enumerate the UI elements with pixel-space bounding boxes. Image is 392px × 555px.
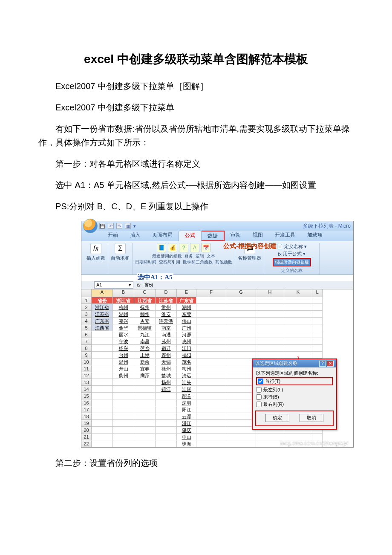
cell[interactable] <box>196 379 226 386</box>
cell[interactable] <box>284 324 312 331</box>
cell[interactable]: 湛江 <box>177 420 196 427</box>
qat-table-icon[interactable]: ▦ <box>125 223 131 229</box>
cell[interactable]: 杭州 <box>113 304 134 311</box>
row-header[interactable]: 7 <box>81 338 92 345</box>
cell[interactable] <box>113 379 134 386</box>
col-header[interactable]: C <box>134 289 156 297</box>
cell[interactable] <box>113 440 134 447</box>
cell[interactable] <box>113 399 134 406</box>
cell[interactable] <box>256 297 284 304</box>
cell[interactable]: 吉安 <box>134 318 156 324</box>
row-header[interactable]: 9 <box>81 352 92 358</box>
cell[interactable] <box>256 318 284 324</box>
cell[interactable]: 江西省 <box>134 297 156 304</box>
tab-view[interactable]: 视图 <box>247 231 269 241</box>
cell[interactable]: 东莞 <box>177 311 196 318</box>
cell[interactable] <box>312 352 323 358</box>
dialog-opt-bottom[interactable]: 末行(B) <box>256 393 333 401</box>
cell[interactable]: 广东省 <box>92 318 113 324</box>
select-all-corner[interactable] <box>81 289 92 297</box>
cell[interactable]: 阳江 <box>177 406 196 413</box>
cell[interactable]: 宁波 <box>113 338 134 345</box>
cell[interactable] <box>312 324 323 331</box>
create-from-selection-button[interactable]: 根据所选内容创建 <box>273 257 311 267</box>
cell[interactable] <box>196 440 226 447</box>
col-header[interactable]: E <box>177 289 196 297</box>
cell[interactable] <box>196 331 226 338</box>
dialog-cancel-button[interactable]: 取消 <box>300 414 323 422</box>
cell[interactable] <box>312 297 323 304</box>
cell[interactable] <box>226 311 256 318</box>
cell[interactable] <box>226 352 256 358</box>
cell[interactable] <box>196 406 226 413</box>
row-header[interactable]: 18 <box>81 413 92 420</box>
cell[interactable]: 扬州 <box>156 379 177 386</box>
cell[interactable] <box>92 420 113 427</box>
cell[interactable]: 萍乡 <box>134 345 156 352</box>
col-header[interactable]: A <box>92 289 113 297</box>
cell[interactable] <box>312 434 323 440</box>
autosum-button[interactable]: Σ 自动求和 <box>111 243 130 261</box>
row-header[interactable]: 21 <box>81 434 92 440</box>
cell[interactable] <box>156 413 177 420</box>
cell[interactable]: 新余 <box>134 358 156 365</box>
cell[interactable]: 金华 <box>113 324 134 331</box>
cell[interactable] <box>113 393 134 399</box>
cell[interactable] <box>312 345 323 352</box>
cell[interactable]: 汕头 <box>177 379 196 386</box>
tab-data[interactable]: 数据 <box>202 231 225 241</box>
cell[interactable] <box>284 304 312 311</box>
row-header[interactable]: 17 <box>81 406 92 413</box>
cell[interactable] <box>226 345 256 352</box>
cell[interactable] <box>134 386 156 393</box>
cell[interactable]: 广东省 <box>177 297 196 304</box>
cell[interactable] <box>284 297 312 304</box>
cell[interactable] <box>92 331 113 338</box>
cell[interactable] <box>284 345 312 352</box>
cell[interactable] <box>226 331 256 338</box>
cell[interactable] <box>134 427 156 434</box>
cell[interactable] <box>92 338 113 345</box>
cell[interactable] <box>156 427 177 434</box>
tab-formula[interactable]: 公式 <box>179 231 202 241</box>
cell[interactable] <box>196 420 226 427</box>
cell[interactable] <box>156 399 177 406</box>
row-header[interactable]: 19 <box>81 420 92 427</box>
cell[interactable] <box>113 386 134 393</box>
col-header[interactable]: D <box>156 289 177 297</box>
cell[interactable]: 江苏省 <box>92 311 113 318</box>
cell[interactable] <box>92 440 113 447</box>
cell[interactable]: 无锡 <box>156 358 177 365</box>
cell[interactable]: 韶关 <box>177 393 196 399</box>
cell[interactable]: 抚州 <box>134 304 156 311</box>
row-header[interactable]: 2 <box>81 304 92 311</box>
define-name-button[interactable]: 📄 定义名称 ▾ <box>277 243 307 250</box>
cell[interactable]: 湖州 <box>113 311 134 318</box>
cell[interactable] <box>92 345 113 352</box>
cell[interactable]: 宿迁 <box>156 345 177 352</box>
cell[interactable] <box>284 352 312 358</box>
cell[interactable] <box>196 352 226 358</box>
cell[interactable] <box>256 352 284 358</box>
cell[interactable] <box>312 311 323 318</box>
col-header[interactable]: H <box>256 289 284 297</box>
cell[interactable] <box>256 345 284 352</box>
cell[interactable] <box>284 338 312 345</box>
row-header[interactable]: 13 <box>81 379 92 386</box>
qat-undo-icon[interactable]: ↶ <box>108 223 114 229</box>
cell[interactable] <box>92 372 113 379</box>
office-button[interactable] <box>83 219 98 233</box>
cell[interactable] <box>92 379 113 386</box>
cell[interactable] <box>196 304 226 311</box>
cell[interactable] <box>156 440 177 447</box>
cell[interactable] <box>92 434 113 440</box>
cell[interactable] <box>113 406 134 413</box>
cell[interactable] <box>196 358 226 365</box>
cell[interactable]: 淮安 <box>156 311 177 318</box>
cell[interactable] <box>196 311 226 318</box>
cell[interactable]: 镇江 <box>156 386 177 393</box>
tab-dev[interactable]: 开发工具 <box>269 231 301 241</box>
cell[interactable] <box>196 393 226 399</box>
cell[interactable]: 广州 <box>177 324 196 331</box>
cell[interactable]: 嘉兴 <box>113 318 134 324</box>
